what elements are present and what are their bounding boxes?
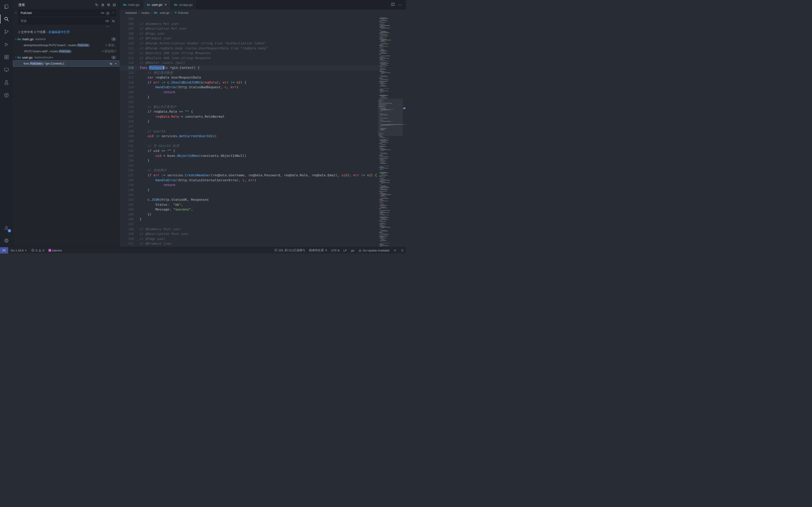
code-line[interactable]: 129 uid := services.GetCurrentUserId(c) bbox=[120, 134, 378, 139]
status-go-version[interactable]: Go 1.16.6 bbox=[9, 247, 29, 253]
code-line[interactable]: 124 if reqData.Role == "" { bbox=[120, 109, 378, 114]
code-line[interactable]: 118 if err := c.ShouldBindJSON(&reqData)… bbox=[120, 80, 378, 85]
code-line[interactable]: 145 }) bbox=[120, 212, 378, 217]
code-line[interactable]: 131 // 空 UserId 处理 bbox=[120, 144, 378, 149]
code-line[interactable]: 135 bbox=[120, 163, 378, 168]
code-line[interactable]: 132 if uid == "" { bbox=[120, 149, 378, 154]
result-match-row[interactable]: func PutUser(c *gin.Context) {⇆× bbox=[13, 60, 119, 66]
code-line[interactable]: 140 } bbox=[120, 188, 378, 192]
status-encoding[interactable]: UTF-8 bbox=[329, 247, 342, 253]
code-line[interactable]: 134 } bbox=[120, 158, 378, 163]
code-line[interactable]: 137 if err := services.CreateNewUser(req… bbox=[120, 173, 378, 178]
code-line[interactable]: 144 Message: "success", bbox=[120, 207, 378, 212]
activity-run-debug-icon[interactable] bbox=[0, 38, 13, 51]
activity-remote-explorer-icon[interactable] bbox=[0, 63, 13, 76]
result-match-row[interactable]: .PUT("/users-add", routes.PutUser)// 添加用… bbox=[13, 48, 119, 54]
code-line[interactable]: 136 // 添加用户 bbox=[120, 168, 378, 173]
breadcrumb-item-PutUser[interactable]: PutUser bbox=[174, 11, 189, 14]
activity-search-icon[interactable] bbox=[0, 13, 13, 25]
code-line[interactable]: 120 return bbox=[120, 90, 378, 95]
split-editor-icon[interactable] bbox=[391, 2, 395, 7]
activity-infrastructure-icon[interactable] bbox=[0, 89, 13, 101]
activity-extensions-icon[interactable] bbox=[0, 51, 13, 63]
code-line[interactable]: 147 bbox=[120, 222, 378, 227]
breadcrumb-item-user.go[interactable]: Gouser.go bbox=[154, 11, 169, 14]
breadcrumb-item-backend[interactable]: backend bbox=[125, 11, 137, 14]
result-file-row[interactable]: ›Gomain.gobackend2 bbox=[13, 36, 119, 42]
code-line[interactable]: 143 Status: "ok", bbox=[120, 202, 378, 207]
open-new-search-editor-icon[interactable]: ⧉ bbox=[107, 3, 110, 7]
tab-scrapy.go[interactable]: Goscrapy.go bbox=[170, 0, 196, 9]
code-line[interactable]: 113// @Failure 400 json string Response bbox=[120, 56, 378, 61]
code-line[interactable]: 115func PutUser(c *gin.Context) { bbox=[120, 65, 378, 70]
code-line[interactable]: 107// @Description Put user bbox=[120, 26, 378, 31]
code-line[interactable]: 150// @Tags user bbox=[120, 236, 378, 241]
code-line[interactable]: 105 bbox=[120, 16, 378, 21]
activity-source-control-icon[interactable] bbox=[0, 25, 13, 38]
code-line[interactable]: 146} bbox=[120, 217, 378, 222]
code-line[interactable]: 149// @Description Post user bbox=[120, 232, 378, 236]
code-line[interactable]: 138 HandleError(http.StatusInternalServe… bbox=[120, 178, 378, 183]
status-cursor-position[interactable]: 行 115, 列 13 (已选择7) bbox=[272, 247, 307, 253]
code-line[interactable]: 123 // 默认为正常用户 bbox=[120, 105, 378, 110]
more-actions-icon[interactable]: ⋯ bbox=[398, 3, 402, 7]
match-case-toggle[interactable]: Aa bbox=[100, 11, 105, 15]
code-line[interactable]: 130 bbox=[120, 139, 378, 144]
chevron-down-icon[interactable]: › bbox=[14, 57, 17, 58]
result-match-row[interactable]: anonymousGroup.PUT("/users", routes.PutU… bbox=[13, 42, 119, 48]
code-line[interactable]: 121 } bbox=[120, 95, 378, 100]
tab-user.go[interactable]: Gouser.go× bbox=[143, 0, 170, 9]
chevron-down-icon[interactable]: › bbox=[14, 39, 17, 39]
code-line[interactable]: 125 reqData.Role = constants.RoleNormal bbox=[120, 114, 378, 119]
status-problems[interactable]: 00 bbox=[29, 247, 46, 253]
open-in-editor-link[interactable]: 在编辑器中打开 bbox=[48, 30, 70, 34]
preserve-case-toggle[interactable]: AB bbox=[105, 19, 109, 23]
minimap-slider[interactable] bbox=[378, 99, 403, 136]
code-line[interactable]: 108// @Tags user bbox=[120, 31, 378, 36]
code-line[interactable]: 139 return bbox=[120, 183, 378, 188]
status-notifications[interactable] bbox=[399, 247, 406, 253]
replace-all-icon[interactable]: ⇆ bbox=[110, 19, 116, 23]
view-as-list-icon[interactable]: ≣ bbox=[101, 3, 104, 7]
collapse-all-icon[interactable]: ⊟ bbox=[113, 3, 116, 7]
breadcrumb-item-routes[interactable]: routes bbox=[141, 11, 150, 14]
status-language-mode[interactable]: go bbox=[349, 247, 356, 253]
code-line[interactable]: 148// @Summary Post user bbox=[120, 227, 378, 232]
activity-explorer-icon[interactable] bbox=[0, 0, 13, 13]
minimap[interactable] bbox=[378, 16, 403, 247]
status-remote-indicator[interactable] bbox=[0, 247, 8, 253]
code-line[interactable]: 112// @Success 200 json string Response bbox=[120, 51, 378, 56]
code-line[interactable]: 117 var reqData UserRequestData bbox=[120, 75, 378, 80]
overview-ruler-scrollbar[interactable] bbox=[403, 16, 406, 247]
whole-word-toggle[interactable]: ab bbox=[105, 11, 110, 15]
tab-main.go[interactable]: Gomain.go bbox=[120, 0, 143, 9]
code-line[interactable]: 142 c.JSON(http.StatusOK, Response{ bbox=[120, 198, 378, 202]
status-go-update[interactable]: Go Update Available bbox=[356, 247, 392, 253]
regex-toggle[interactable]: .* bbox=[111, 11, 115, 15]
status-eol[interactable]: LF bbox=[342, 247, 349, 253]
activity-testing-icon[interactable] bbox=[0, 76, 13, 89]
activity-settings-icon[interactable]: ⚙ bbox=[0, 234, 13, 247]
status-tabnine[interactable]: tabnine bbox=[46, 247, 64, 253]
toggle-replace-chevron[interactable]: › bbox=[14, 12, 18, 13]
code-line[interactable]: 151// @Produce json bbox=[120, 241, 378, 246]
code-line[interactable]: 141 bbox=[120, 192, 378, 198]
code-view[interactable]: 105106// @Summary Put user107// @Descrip… bbox=[120, 16, 378, 247]
replace-input[interactable]: 替换 AB bbox=[18, 18, 110, 24]
code-line[interactable]: 126 } bbox=[120, 119, 378, 124]
code-line[interactable]: 116 // 绑定请求数据 bbox=[120, 70, 378, 75]
code-line[interactable]: 114// @Router /users [put] bbox=[120, 60, 378, 65]
code-line[interactable]: 119 HandleError(http.StatusBadRequest, c… bbox=[120, 85, 378, 90]
result-file-row[interactable]: ›Gouser.gobackend/routes1 bbox=[13, 54, 119, 60]
search-input[interactable]: PutUser Aaab.* bbox=[18, 9, 116, 16]
code-line[interactable]: 111// @Param reqData body routes.UserReq… bbox=[120, 46, 378, 51]
search-details-icon[interactable]: ⋯ bbox=[18, 24, 116, 27]
code-line[interactable]: 106// @Summary Put user bbox=[120, 21, 378, 26]
code-line[interactable]: 109// @Produce json bbox=[120, 36, 378, 41]
status-feedback[interactable] bbox=[392, 247, 399, 253]
code-line[interactable]: 128 // UserId bbox=[120, 129, 378, 134]
close-icon[interactable]: × bbox=[164, 3, 166, 7]
code-line[interactable]: 127 bbox=[120, 124, 378, 129]
code-line[interactable]: 122 bbox=[120, 100, 378, 105]
code-line[interactable]: 110// @Param Authorization header string… bbox=[120, 41, 378, 46]
